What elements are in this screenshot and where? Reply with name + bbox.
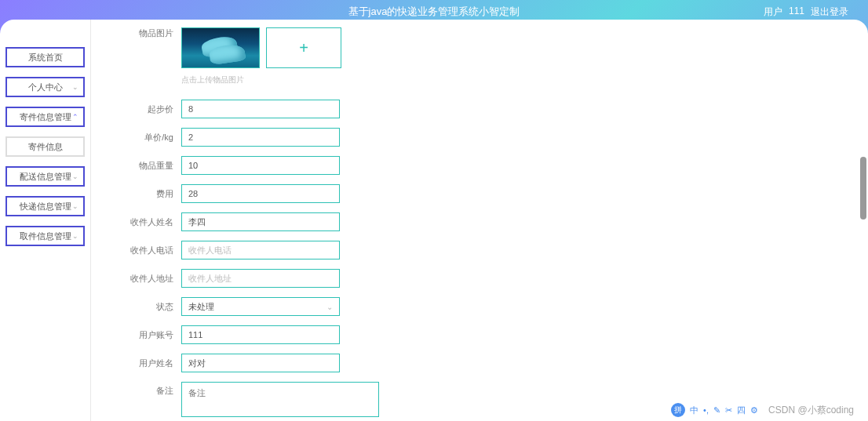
user-code[interactable]: 111 [789, 5, 804, 19]
sidebar-item-label: 个人中心 [28, 82, 63, 93]
chevron-down-icon: ⌄ [72, 232, 78, 240]
recv-addr-label: 收件人地址 [122, 273, 173, 285]
unit-price-input[interactable] [181, 128, 340, 147]
sidebar-item-delivery-manage[interactable]: 配送信息管理 ⌄ [5, 166, 85, 187]
weight-label: 物品重量 [122, 160, 173, 172]
recv-name-label: 收件人姓名 [122, 216, 173, 228]
sidebar-item-label: 寄件信息 [28, 141, 63, 153]
user-name-label: 用户姓名 [122, 357, 173, 369]
chevron-up-icon: ⌃ [72, 113, 78, 121]
upload-button[interactable]: + [266, 27, 341, 68]
sidebar-item-label: 寄件信息管理 [20, 111, 71, 123]
user-label: 用户 [764, 5, 782, 19]
chevron-down-icon: ⌄ [72, 83, 78, 91]
chevron-down-icon: ⌄ [72, 202, 78, 210]
start-price-input[interactable] [181, 100, 340, 118]
product-image-preview[interactable] [181, 27, 260, 68]
remark-textarea[interactable] [181, 382, 379, 417]
page-title: 基于java的快递业务管理系统小智定制 [348, 5, 520, 19]
user-account-input[interactable] [181, 325, 340, 344]
status-value: 未处理 [188, 301, 214, 313]
ime-mode-icon[interactable]: 拼 [671, 403, 685, 417]
gear-icon[interactable]: ⚙ [750, 405, 758, 416]
image-label: 物品图片 [122, 27, 173, 39]
watermark: CSDN @小蔡coding [768, 404, 854, 417]
pencil-icon[interactable]: ✎ [713, 405, 720, 416]
sidebar-item-pickup-manage[interactable]: 取件信息管理 ⌄ [5, 226, 85, 246]
unit-price-label: 单价/kg [122, 132, 173, 143]
logout-link[interactable]: 退出登录 [811, 5, 848, 19]
recv-phone-label: 收件人电话 [122, 245, 173, 256]
start-price-label: 起步价 [122, 103, 173, 115]
sidebar-item-send-info[interactable]: 寄件信息 [5, 136, 85, 157]
remark-label: 备注 [122, 382, 173, 397]
chevron-down-icon: ⌄ [72, 172, 78, 180]
form-content: 物品图片 + 点击上传物品图片 起步价 单价/kg 物品重量 费用 [90, 20, 868, 421]
plus-icon: + [299, 39, 308, 57]
sidebar-item-express-manage[interactable]: 快递信息管理 ⌄ [5, 196, 85, 216]
user-name-input[interactable] [181, 354, 340, 372]
recv-phone-input[interactable] [181, 241, 340, 259]
status-label: 状态 [122, 301, 173, 313]
main-container: 系统首页 个人中心 ⌄ 寄件信息管理 ⌃ 寄件信息 配送信息管理 ⌄ 快递信息管… [0, 20, 868, 421]
sidebar-item-label: 快递信息管理 [20, 201, 71, 212]
fee-input[interactable] [181, 184, 340, 203]
image-upload-row: 物品图片 + [122, 27, 852, 68]
upload-hint: 点击上传物品图片 [181, 74, 852, 85]
header-right: 用户 111 退出登录 [764, 5, 848, 19]
sidebar-item-label: 配送信息管理 [20, 171, 71, 183]
tool-icon[interactable]: •, [703, 405, 709, 415]
sidebar-item-label: 系统首页 [28, 52, 63, 64]
weight-input[interactable] [181, 156, 340, 175]
recv-addr-input[interactable] [181, 269, 340, 288]
recv-name-input[interactable] [181, 212, 340, 231]
user-account-label: 用户账号 [122, 329, 173, 341]
tool-icon[interactable]: 中 [690, 405, 698, 416]
fee-label: 费用 [122, 188, 173, 200]
status-select[interactable]: 未处理 ⌄ [181, 297, 340, 316]
sidebar: 系统首页 个人中心 ⌄ 寄件信息管理 ⌃ 寄件信息 配送信息管理 ⌄ 快递信息管… [0, 20, 90, 421]
tool-icon[interactable]: 四 [737, 405, 746, 416]
sidebar-item-send-manage[interactable]: 寄件信息管理 ⌃ [5, 107, 85, 127]
sidebar-item-profile[interactable]: 个人中心 ⌄ [5, 77, 85, 97]
sidebar-item-label: 取件信息管理 [20, 230, 71, 242]
scissors-icon[interactable]: ✂ [725, 405, 732, 416]
ime-toolbox: 拼 中 •, ✎ ✂ 四 ⚙ [671, 403, 758, 417]
chevron-down-icon: ⌄ [326, 303, 333, 311]
sidebar-item-home[interactable]: 系统首页 [5, 47, 85, 67]
scrollbar[interactable] [860, 157, 866, 220]
